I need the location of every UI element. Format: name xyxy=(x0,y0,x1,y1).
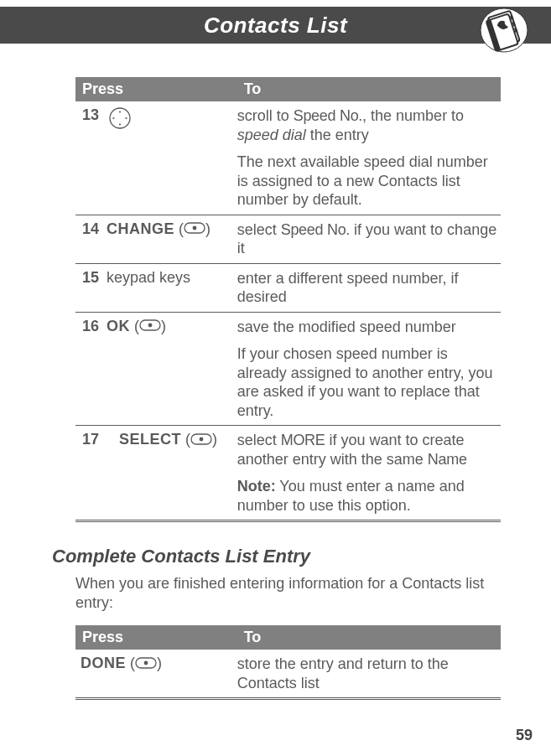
contacts-book-icon xyxy=(477,2,531,55)
col-head-press: Press xyxy=(75,77,237,101)
step-desc: The next available speed dial number is … xyxy=(237,153,497,210)
header-bar: Contacts List xyxy=(0,7,551,44)
table-row: DONE () store the entry and return to th… xyxy=(75,650,501,699)
page-number: 59 xyxy=(516,727,533,744)
press-text: keypad keys xyxy=(107,269,190,286)
step-desc: enter a different speed number, if desir… xyxy=(237,269,497,307)
softkey-label: DONE xyxy=(81,655,126,671)
step-desc: select Speed No. if you want to change i… xyxy=(237,220,497,258)
close-paren: ) xyxy=(161,318,166,334)
svg-point-8 xyxy=(119,111,121,112)
section-heading: Complete Contacts List Entry xyxy=(52,546,501,567)
svg-point-10 xyxy=(112,117,114,119)
softkey-icon xyxy=(135,655,157,673)
step-desc: store the entry and return to the Contac… xyxy=(237,655,497,692)
table-row: 14 CHANGE () select Speed No. if you wan… xyxy=(75,215,501,264)
close-paren: ) xyxy=(212,431,217,448)
steps-table-2: Press To DONE () store the entry and ret… xyxy=(75,625,501,700)
svg-point-11 xyxy=(125,117,127,119)
svg-point-9 xyxy=(119,123,121,125)
step-number: 16 xyxy=(75,318,99,335)
table-row: 16 OK () save the modified speed number … xyxy=(75,313,501,426)
svg-point-13 xyxy=(193,226,197,230)
step-number: 17 xyxy=(75,431,99,448)
close-paren: ) xyxy=(157,655,162,671)
svg-point-17 xyxy=(200,437,204,441)
table-row: 15 keypad keys enter a different speed n… xyxy=(75,264,501,313)
steps-table-1: Press To 13 scroll to Spe xyxy=(75,77,501,522)
step-desc: If your chosen speed number is already a… xyxy=(237,344,497,420)
col-head-to: To xyxy=(237,77,501,101)
svg-point-15 xyxy=(148,324,153,328)
step-number: 13 xyxy=(75,106,99,124)
softkey-label: SELECT xyxy=(119,431,181,448)
table-row: 13 scroll to Speed No., the number to sp… xyxy=(75,101,501,215)
softkey-label: CHANGE xyxy=(107,220,174,237)
step-number: 14 xyxy=(75,220,99,238)
step-desc: select MORE if you want to create anothe… xyxy=(237,431,497,469)
svg-point-19 xyxy=(144,660,148,665)
step-desc: scroll to Speed No., the number to speed… xyxy=(237,106,497,144)
softkey-icon xyxy=(184,220,205,238)
softkey-label: OK xyxy=(107,318,130,334)
softkey-icon xyxy=(190,432,212,449)
col-head-to: To xyxy=(237,625,501,650)
content-area: Press To 13 scroll to Spe xyxy=(0,44,551,717)
table-row: 17 SELECT () select MORE if you want to … xyxy=(75,426,501,521)
step-number: 15 xyxy=(75,269,99,287)
section-paragraph: When you are finished entering informati… xyxy=(75,574,501,612)
table-header-row: Press To xyxy=(75,77,501,101)
step-note: Note: You must enter a name and number t… xyxy=(237,477,497,515)
step-desc: save the modified speed number xyxy=(237,318,497,337)
col-head-press: Press xyxy=(75,625,237,650)
page-title: Contacts List xyxy=(204,13,347,39)
softkey-icon xyxy=(139,318,161,335)
nav-key-icon xyxy=(108,106,132,134)
close-paren: ) xyxy=(205,220,211,237)
table-header-row: Press To xyxy=(75,625,501,650)
